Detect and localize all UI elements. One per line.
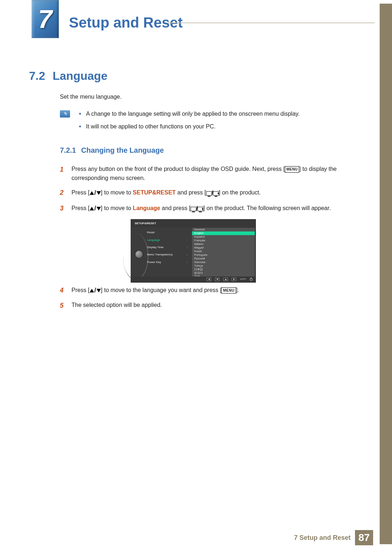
- step: 4 Press [/] to move to the language you …: [60, 286, 358, 296]
- note-block: ✎ A change to the language setting will …: [60, 110, 358, 135]
- note-text: It will not be applied to other function…: [86, 122, 216, 131]
- step: 1 Press any button on the front of the p…: [60, 165, 358, 183]
- osd-language-option: Svenska: [192, 260, 255, 264]
- osd-language-option: Русский: [192, 257, 255, 260]
- subsection-heading: 7.2.1 Changing the Language: [60, 145, 358, 156]
- osd-left-panel: ResetLanguage:Display Time:Menu Transpar…: [131, 227, 192, 278]
- chapter-number: 7: [38, 5, 52, 34]
- step-number: 3: [60, 204, 65, 214]
- step-body: Press [/] to move to SETUP&RESET and pre…: [72, 188, 358, 198]
- osd-language-option: 한국어: [192, 271, 255, 275]
- step-number: 4: [60, 286, 65, 296]
- source-enter-icon: /: [206, 188, 219, 198]
- osd-auto-label: AUTO: [240, 278, 246, 281]
- up-down-icon: /: [90, 204, 101, 214]
- page-number-badge: 87: [355, 530, 373, 545]
- osd-nav-left-icon: [207, 278, 211, 281]
- up-down-icon: /: [90, 188, 101, 198]
- side-tab: [380, 4, 392, 544]
- osd-screenshot: SETUP&RESET ResetLanguage:Display Time:M…: [131, 219, 256, 283]
- note-icon: ✎: [60, 110, 70, 118]
- osd-body: ResetLanguage:Display Time:Menu Transpar…: [131, 227, 256, 278]
- page-footer: 7 Setup and Reset 87: [294, 530, 373, 545]
- osd-language-option: Français: [192, 239, 255, 242]
- footer-text: 7 Setup and Reset: [294, 534, 351, 542]
- note-text: A change to the language setting will on…: [86, 110, 300, 119]
- menu-button-icon: MENU: [221, 287, 236, 294]
- osd-nav-down-icon: [215, 278, 220, 281]
- section-number: 7.2: [29, 69, 45, 83]
- setup-reset-label: SETUP&RESET: [133, 189, 176, 196]
- osd-menu-item: Menu Transparency:: [146, 251, 189, 258]
- source-enter-icon: /: [191, 204, 203, 214]
- osd-language-option: Português: [192, 253, 255, 257]
- up-down-icon: /: [90, 286, 101, 296]
- chapter-title: Setup and Reset: [69, 15, 183, 31]
- osd-language-option: Italiano: [192, 242, 255, 246]
- step: 3 Press [/] to move to Language and pres…: [60, 204, 358, 214]
- osd-menu-item: Display Time:: [146, 244, 189, 251]
- osd-menu-item: Power Key:: [146, 259, 189, 266]
- step: 5 The selected option will be applied.: [60, 301, 358, 311]
- menu-button-icon: MENU: [285, 166, 299, 173]
- step-number: 5: [60, 301, 65, 311]
- bullet-icon: [79, 113, 81, 115]
- header-rule: [168, 22, 375, 23]
- note-list: A change to the language setting will on…: [79, 110, 358, 135]
- osd-language-list: DeutschEnglishEspañolFrançaisItalianoMag…: [192, 228, 255, 277]
- subsection-title: Changing the Language: [81, 145, 164, 156]
- osd-language-option: Polski: [192, 250, 255, 253]
- language-label: Language: [133, 205, 160, 211]
- section-title: Language: [53, 69, 107, 83]
- section-intro: Set the menu language.: [60, 93, 358, 102]
- osd-language-option: Español: [192, 235, 255, 239]
- content-area: Set the menu language. ✎ A change to the…: [60, 93, 358, 316]
- osd-footer: AUTO: [131, 276, 256, 282]
- chapter-badge: 7: [32, 0, 59, 38]
- osd-knob-icon: [135, 250, 143, 259]
- osd-menu-item: Reset: [146, 229, 189, 236]
- osd-language-option: Türkçe: [192, 264, 255, 268]
- step-body: Press [/] to move to Language and press …: [72, 204, 358, 214]
- osd-menu-item: Language:: [146, 237, 189, 244]
- step-body: Press any button on the front of the pro…: [72, 165, 358, 183]
- osd-power-icon: [250, 278, 253, 281]
- note-item: A change to the language setting will on…: [79, 110, 358, 119]
- note-item: It will not be applied to other function…: [79, 122, 358, 131]
- subsection-number: 7.2.1: [60, 145, 76, 156]
- step-number: 1: [60, 165, 65, 183]
- osd-nav-up-icon: [223, 278, 228, 281]
- osd-header: SETUP&RESET: [131, 219, 256, 227]
- step-body: The selected option will be applied.: [72, 301, 358, 311]
- steps-list: 1 Press any button on the front of the p…: [60, 165, 358, 311]
- osd-language-option: English: [192, 231, 255, 235]
- bullet-icon: [79, 126, 81, 127]
- osd-nav-right-icon: [232, 278, 236, 281]
- osd-language-option: Deutsch: [192, 228, 255, 231]
- step-number: 2: [60, 188, 65, 198]
- osd-language-option: 日本語: [192, 268, 255, 271]
- step-body: Press [/] to move to the language you wa…: [72, 286, 358, 296]
- osd-language-option: Magyar: [192, 246, 255, 250]
- step: 2 Press [/] to move to SETUP&RESET and p…: [60, 188, 358, 198]
- osd-menu: ResetLanguage:Display Time:Menu Transpar…: [146, 229, 189, 266]
